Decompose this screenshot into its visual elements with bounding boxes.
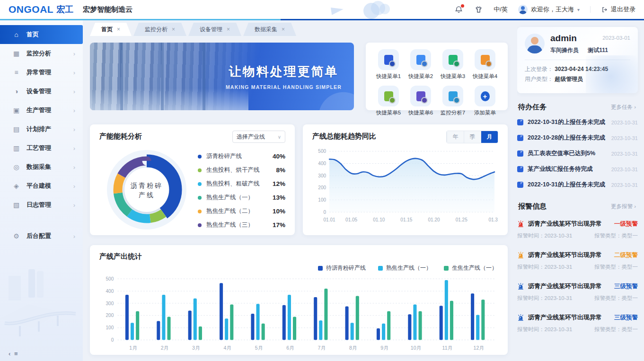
logout-button[interactable]: 退出登录 bbox=[601, 5, 635, 14]
legend-dot bbox=[198, 196, 202, 200]
theme-skin-icon[interactable] bbox=[474, 5, 483, 14]
tab-close-icon[interactable]: × bbox=[227, 26, 230, 33]
legend-swatch bbox=[318, 266, 323, 271]
sidebar-item-icon: ▤ bbox=[12, 125, 20, 133]
tab[interactable]: 监控分析 × bbox=[133, 23, 186, 36]
todo-date: 2023-10-31 bbox=[611, 182, 638, 188]
quick-menu-item[interactable]: 监控分析7 bbox=[439, 86, 467, 116]
tab-label: 监控分析 bbox=[145, 26, 168, 34]
sidebar-item[interactable]: ▥ 工艺管理 › bbox=[0, 139, 83, 158]
svg-text:0: 0 bbox=[323, 210, 326, 215]
sidebar-item[interactable]: ▧ 日志管理 › bbox=[0, 195, 83, 214]
more-tasks-link[interactable]: 更多任务 › bbox=[611, 104, 636, 111]
range-button[interactable]: 季 bbox=[464, 131, 481, 143]
quick-menu-icon bbox=[410, 49, 431, 70]
bar-chart-legend: 待沥青粉碎产线 熟焦生产线（一） 生焦生产线（一） bbox=[318, 264, 497, 272]
sidebar-item[interactable]: ◈ 平台建模 › bbox=[0, 176, 83, 195]
production-line-select[interactable]: 选择产业线 ∨ bbox=[232, 131, 285, 143]
svg-text:6月: 6月 bbox=[286, 345, 294, 351]
legend-label: 生焦生产线（一） bbox=[452, 264, 497, 272]
tab[interactable]: 首页 × bbox=[90, 23, 132, 36]
quick-menu-item[interactable]: 快捷菜单2 bbox=[406, 49, 435, 80]
task-file-icon bbox=[517, 166, 523, 172]
quick-menu-item[interactable]: + 添加菜单 bbox=[471, 86, 499, 116]
alarm-level-badge: 二级预警 bbox=[614, 251, 638, 259]
sidebar-item-icon: ▦ bbox=[12, 50, 20, 57]
todo-text: 2022-10-31的上报任务未完成 bbox=[528, 118, 605, 126]
svg-text:01.01: 01.01 bbox=[324, 217, 335, 222]
svg-text:500: 500 bbox=[106, 276, 114, 282]
alarm-item[interactable]: 沥青产业线某环节出现异常 一级预警 报警时间：2023-10-31 报警类型：类… bbox=[517, 214, 638, 245]
more-alarms-link[interactable]: 更多报警 › bbox=[611, 203, 636, 210]
sidebar-item[interactable]: ◎ 数据采集 › bbox=[0, 158, 83, 176]
todo-item[interactable]: 员工表表空值率已达到5% 2023-10-31 bbox=[517, 146, 638, 161]
quick-menu-icon-badge bbox=[486, 62, 491, 66]
tab-label: 首页 bbox=[101, 26, 113, 34]
legend-value: 40% bbox=[273, 153, 285, 160]
todo-item[interactable]: 2022-10-31的上报任务未完成 2023-10-31 bbox=[517, 177, 638, 193]
sidebar-item[interactable]: ▣ 生产管理 › bbox=[0, 101, 83, 120]
legend-row: 沥青粉碎产线 40% bbox=[198, 150, 285, 163]
sidebar-item-icon: ◎ bbox=[12, 163, 20, 171]
legend-value: 8% bbox=[276, 167, 285, 174]
app-header: ONGOAL 宏工 宏梦智能制造云 中/英 欢迎你，王大海 ▾ 退 bbox=[0, 0, 644, 19]
range-button[interactable]: 年 bbox=[447, 131, 464, 143]
donut-center-label: 沥青粉碎 bbox=[130, 182, 163, 189]
quick-menu-card: 快捷菜单1 快捷菜单2 bbox=[366, 43, 508, 110]
svg-text:7月: 7月 bbox=[318, 345, 326, 351]
circles-decoration bbox=[363, 1, 392, 19]
quick-menu-item[interactable]: 快捷菜单4 bbox=[471, 49, 499, 80]
todo-item[interactable]: 2022-10-28的上报任务未完成 2023-10-31 bbox=[517, 130, 638, 146]
quick-menu-icon bbox=[410, 86, 431, 106]
svg-text:0: 0 bbox=[111, 337, 114, 343]
svg-text:12月: 12月 bbox=[474, 345, 484, 351]
quick-menu-item[interactable]: 快捷菜单6 bbox=[406, 86, 435, 116]
chevron-down-icon: ∨ bbox=[278, 134, 281, 140]
alarm-type: 报警类型：类型一 bbox=[594, 326, 638, 333]
quick-menu-item[interactable]: 快捷菜单1 bbox=[374, 49, 403, 80]
paper-plane-decoration bbox=[331, 6, 344, 15]
sidebar-item[interactable]: ◑ 设备管理 › bbox=[0, 82, 83, 101]
sidebar-item[interactable]: ≡ 异常管理 › bbox=[0, 63, 83, 82]
range-button[interactable]: 月 bbox=[481, 131, 498, 143]
quick-menu-item[interactable]: 快捷菜单5 bbox=[374, 86, 403, 116]
panel-title: 产线产出统计 bbox=[99, 252, 498, 261]
alarm-item[interactable]: 沥青产业线某环节出现异常 三级预警 报警时间：2023-10-31 报警类型：类… bbox=[517, 308, 638, 338]
collapse-sidebar-icon[interactable]: ‹ ≡ bbox=[9, 350, 19, 357]
alarm-time: 报警时间：2023-10-31 bbox=[517, 326, 572, 333]
quick-menu-icon-shape: + bbox=[481, 91, 490, 101]
sidebar-item[interactable]: ⌂ 首页 › bbox=[0, 25, 83, 44]
notification-bell-icon[interactable] bbox=[454, 5, 463, 14]
alarm-item[interactable]: 沥青产业线某环节出现异常 二级预警 报警时间：2023-10-31 报警类型：类… bbox=[517, 245, 638, 276]
profile-name: admin bbox=[550, 34, 577, 43]
chevron-right-icon: › bbox=[73, 183, 75, 190]
logo: ONGOAL bbox=[9, 4, 53, 15]
tab-close-icon[interactable]: × bbox=[282, 26, 285, 33]
user-menu[interactable]: 欢迎你，王大海 ▾ bbox=[518, 5, 580, 14]
todo-item[interactable]: 2022-10-31的上报任务未完成 2023-10-31 bbox=[517, 114, 638, 130]
quick-menu-label: 添加菜单 bbox=[474, 109, 496, 116]
tab-close-icon[interactable]: × bbox=[117, 26, 120, 33]
profile-avatar bbox=[525, 34, 545, 53]
banner[interactable]: 让物料处理更简单 MAKING MATERIAL HANDLING SIMPLE… bbox=[90, 43, 354, 110]
tab-close-icon[interactable]: × bbox=[172, 26, 175, 33]
alarm-item[interactable]: 沥青产业线某环节出现异常 三级预警 报警时间：2023-10-31 报警类型：类… bbox=[517, 276, 638, 308]
sidebar-menu: ⌂ 首页 › ▦ 监控分析 › ≡ 异常管理 › ◑ bbox=[0, 25, 83, 246]
todo-item[interactable]: 某产业线汇报任务待完成 2023-10-31 bbox=[517, 161, 638, 177]
alarm-type: 报警类型：类型一 bbox=[594, 264, 638, 271]
quick-menu-label: 监控分析7 bbox=[441, 109, 465, 116]
last-login-value: 3023-04-24 14:23:45 bbox=[555, 66, 608, 72]
tab[interactable]: 设备管理 × bbox=[188, 23, 241, 36]
banner-subtitle: MAKING MATERIAL HANDLING SIMPLER bbox=[226, 84, 342, 90]
sidebar-item[interactable]: ▦ 监控分析 › bbox=[0, 44, 83, 63]
quick-menu-icon bbox=[378, 49, 399, 70]
legend-dot bbox=[198, 223, 202, 227]
legend-label: 熟焦生产线（二） bbox=[206, 207, 254, 215]
energy-analysis-panel: 产能能耗分析 选择产业线 ∨ 沥青粉碎 产线 bbox=[90, 124, 295, 235]
quick-menu-item[interactable]: 快捷菜单3 bbox=[439, 49, 467, 80]
sidebar-item[interactable]: ⚙ 后台配置 › bbox=[0, 227, 83, 246]
sidebar-item[interactable]: ▤ 计划排产 › bbox=[0, 120, 83, 139]
tab[interactable]: 数据采集 × bbox=[243, 23, 296, 36]
banner-decoration bbox=[161, 43, 164, 110]
language-toggle[interactable]: 中/英 bbox=[494, 5, 508, 14]
